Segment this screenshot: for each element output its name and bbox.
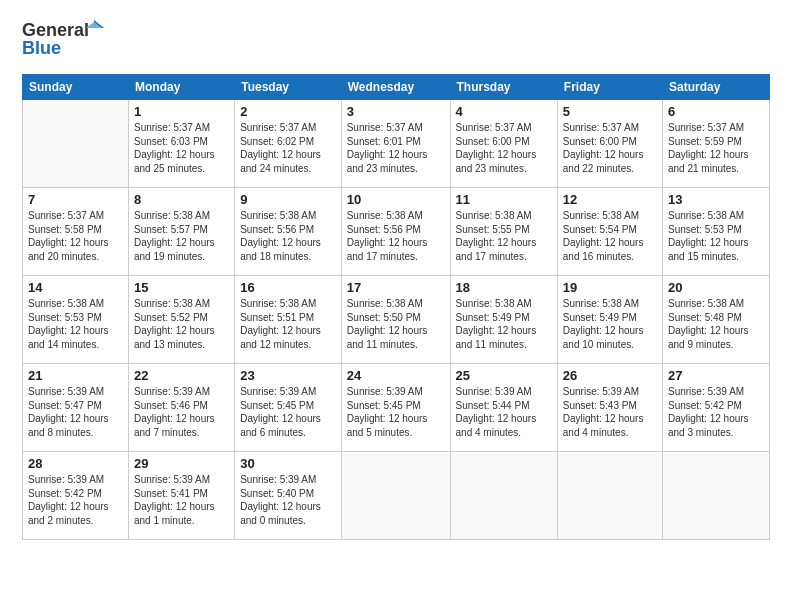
day-cell: 4Sunrise: 5:37 AM Sunset: 6:00 PM Daylig… xyxy=(450,100,557,188)
day-number: 19 xyxy=(563,280,657,295)
day-cell: 8Sunrise: 5:38 AM Sunset: 5:57 PM Daylig… xyxy=(128,188,234,276)
day-cell: 3Sunrise: 5:37 AM Sunset: 6:01 PM Daylig… xyxy=(341,100,450,188)
day-info: Sunrise: 5:39 AM Sunset: 5:41 PM Dayligh… xyxy=(134,473,229,527)
day-cell xyxy=(662,452,769,540)
day-info: Sunrise: 5:39 AM Sunset: 5:43 PM Dayligh… xyxy=(563,385,657,439)
day-cell: 25Sunrise: 5:39 AM Sunset: 5:44 PM Dayli… xyxy=(450,364,557,452)
day-cell: 27Sunrise: 5:39 AM Sunset: 5:42 PM Dayli… xyxy=(662,364,769,452)
day-cell: 1Sunrise: 5:37 AM Sunset: 6:03 PM Daylig… xyxy=(128,100,234,188)
day-info: Sunrise: 5:38 AM Sunset: 5:56 PM Dayligh… xyxy=(240,209,336,263)
day-number: 11 xyxy=(456,192,552,207)
day-number: 10 xyxy=(347,192,445,207)
day-info: Sunrise: 5:39 AM Sunset: 5:42 PM Dayligh… xyxy=(668,385,764,439)
day-number: 8 xyxy=(134,192,229,207)
header: GeneralBlue xyxy=(22,18,770,64)
day-number: 9 xyxy=(240,192,336,207)
day-cell: 23Sunrise: 5:39 AM Sunset: 5:45 PM Dayli… xyxy=(235,364,342,452)
week-row-4: 21Sunrise: 5:39 AM Sunset: 5:47 PM Dayli… xyxy=(23,364,770,452)
col-thursday: Thursday xyxy=(450,75,557,100)
day-cell: 14Sunrise: 5:38 AM Sunset: 5:53 PM Dayli… xyxy=(23,276,129,364)
day-info: Sunrise: 5:38 AM Sunset: 5:50 PM Dayligh… xyxy=(347,297,445,351)
day-cell: 20Sunrise: 5:38 AM Sunset: 5:48 PM Dayli… xyxy=(662,276,769,364)
day-cell: 19Sunrise: 5:38 AM Sunset: 5:49 PM Dayli… xyxy=(557,276,662,364)
day-number: 15 xyxy=(134,280,229,295)
day-cell: 11Sunrise: 5:38 AM Sunset: 5:55 PM Dayli… xyxy=(450,188,557,276)
page: GeneralBlue Sunday Monday Tuesday Wednes… xyxy=(0,0,792,612)
day-number: 1 xyxy=(134,104,229,119)
day-cell xyxy=(23,100,129,188)
day-number: 16 xyxy=(240,280,336,295)
day-number: 24 xyxy=(347,368,445,383)
day-info: Sunrise: 5:37 AM Sunset: 5:59 PM Dayligh… xyxy=(668,121,764,175)
week-row-3: 14Sunrise: 5:38 AM Sunset: 5:53 PM Dayli… xyxy=(23,276,770,364)
day-number: 22 xyxy=(134,368,229,383)
day-info: Sunrise: 5:37 AM Sunset: 5:58 PM Dayligh… xyxy=(28,209,123,263)
day-number: 23 xyxy=(240,368,336,383)
col-monday: Monday xyxy=(128,75,234,100)
day-number: 18 xyxy=(456,280,552,295)
day-info: Sunrise: 5:38 AM Sunset: 5:51 PM Dayligh… xyxy=(240,297,336,351)
day-info: Sunrise: 5:38 AM Sunset: 5:48 PM Dayligh… xyxy=(668,297,764,351)
day-info: Sunrise: 5:37 AM Sunset: 6:00 PM Dayligh… xyxy=(563,121,657,175)
day-cell: 2Sunrise: 5:37 AM Sunset: 6:02 PM Daylig… xyxy=(235,100,342,188)
col-sunday: Sunday xyxy=(23,75,129,100)
day-info: Sunrise: 5:38 AM Sunset: 5:57 PM Dayligh… xyxy=(134,209,229,263)
day-info: Sunrise: 5:38 AM Sunset: 5:55 PM Dayligh… xyxy=(456,209,552,263)
day-cell xyxy=(450,452,557,540)
day-cell xyxy=(557,452,662,540)
day-info: Sunrise: 5:37 AM Sunset: 6:00 PM Dayligh… xyxy=(456,121,552,175)
day-number: 28 xyxy=(28,456,123,471)
day-number: 6 xyxy=(668,104,764,119)
day-number: 12 xyxy=(563,192,657,207)
svg-text:Blue: Blue xyxy=(22,38,61,58)
day-info: Sunrise: 5:38 AM Sunset: 5:53 PM Dayligh… xyxy=(28,297,123,351)
day-cell: 17Sunrise: 5:38 AM Sunset: 5:50 PM Dayli… xyxy=(341,276,450,364)
day-info: Sunrise: 5:37 AM Sunset: 6:02 PM Dayligh… xyxy=(240,121,336,175)
day-cell: 30Sunrise: 5:39 AM Sunset: 5:40 PM Dayli… xyxy=(235,452,342,540)
logo: GeneralBlue xyxy=(22,18,112,64)
col-tuesday: Tuesday xyxy=(235,75,342,100)
day-cell: 18Sunrise: 5:38 AM Sunset: 5:49 PM Dayli… xyxy=(450,276,557,364)
day-number: 25 xyxy=(456,368,552,383)
day-info: Sunrise: 5:38 AM Sunset: 5:54 PM Dayligh… xyxy=(563,209,657,263)
day-number: 21 xyxy=(28,368,123,383)
day-cell: 22Sunrise: 5:39 AM Sunset: 5:46 PM Dayli… xyxy=(128,364,234,452)
day-info: Sunrise: 5:37 AM Sunset: 6:03 PM Dayligh… xyxy=(134,121,229,175)
day-number: 5 xyxy=(563,104,657,119)
day-info: Sunrise: 5:38 AM Sunset: 5:53 PM Dayligh… xyxy=(668,209,764,263)
day-cell: 7Sunrise: 5:37 AM Sunset: 5:58 PM Daylig… xyxy=(23,188,129,276)
day-cell: 21Sunrise: 5:39 AM Sunset: 5:47 PM Dayli… xyxy=(23,364,129,452)
day-number: 7 xyxy=(28,192,123,207)
day-cell: 10Sunrise: 5:38 AM Sunset: 5:56 PM Dayli… xyxy=(341,188,450,276)
day-cell: 12Sunrise: 5:38 AM Sunset: 5:54 PM Dayli… xyxy=(557,188,662,276)
day-cell: 5Sunrise: 5:37 AM Sunset: 6:00 PM Daylig… xyxy=(557,100,662,188)
day-cell xyxy=(341,452,450,540)
day-info: Sunrise: 5:38 AM Sunset: 5:52 PM Dayligh… xyxy=(134,297,229,351)
day-info: Sunrise: 5:39 AM Sunset: 5:44 PM Dayligh… xyxy=(456,385,552,439)
header-row: Sunday Monday Tuesday Wednesday Thursday… xyxy=(23,75,770,100)
day-cell: 28Sunrise: 5:39 AM Sunset: 5:42 PM Dayli… xyxy=(23,452,129,540)
svg-text:General: General xyxy=(22,20,89,40)
col-saturday: Saturday xyxy=(662,75,769,100)
day-number: 17 xyxy=(347,280,445,295)
day-info: Sunrise: 5:39 AM Sunset: 5:42 PM Dayligh… xyxy=(28,473,123,527)
day-info: Sunrise: 5:39 AM Sunset: 5:46 PM Dayligh… xyxy=(134,385,229,439)
week-row-5: 28Sunrise: 5:39 AM Sunset: 5:42 PM Dayli… xyxy=(23,452,770,540)
day-cell: 26Sunrise: 5:39 AM Sunset: 5:43 PM Dayli… xyxy=(557,364,662,452)
day-cell: 6Sunrise: 5:37 AM Sunset: 5:59 PM Daylig… xyxy=(662,100,769,188)
day-number: 3 xyxy=(347,104,445,119)
day-info: Sunrise: 5:39 AM Sunset: 5:45 PM Dayligh… xyxy=(240,385,336,439)
day-number: 20 xyxy=(668,280,764,295)
calendar: Sunday Monday Tuesday Wednesday Thursday… xyxy=(22,74,770,540)
day-cell: 24Sunrise: 5:39 AM Sunset: 5:45 PM Dayli… xyxy=(341,364,450,452)
day-info: Sunrise: 5:38 AM Sunset: 5:49 PM Dayligh… xyxy=(456,297,552,351)
day-info: Sunrise: 5:37 AM Sunset: 6:01 PM Dayligh… xyxy=(347,121,445,175)
day-number: 30 xyxy=(240,456,336,471)
day-number: 2 xyxy=(240,104,336,119)
day-info: Sunrise: 5:38 AM Sunset: 5:49 PM Dayligh… xyxy=(563,297,657,351)
logo-icon: GeneralBlue xyxy=(22,18,112,62)
day-number: 14 xyxy=(28,280,123,295)
day-info: Sunrise: 5:39 AM Sunset: 5:47 PM Dayligh… xyxy=(28,385,123,439)
day-cell: 16Sunrise: 5:38 AM Sunset: 5:51 PM Dayli… xyxy=(235,276,342,364)
col-wednesday: Wednesday xyxy=(341,75,450,100)
